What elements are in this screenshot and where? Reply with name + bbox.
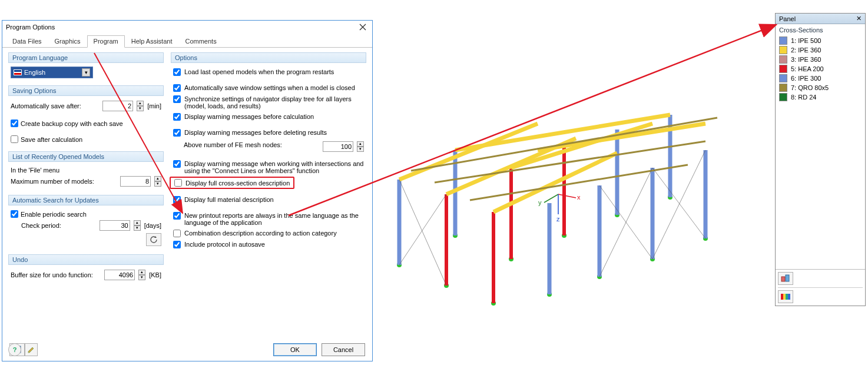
auto-save-value[interactable] bbox=[102, 101, 133, 111]
backup-checkbox[interactable] bbox=[11, 120, 18, 127]
legend-label: 2: IPE 360 bbox=[791, 47, 821, 54]
close-button[interactable] bbox=[357, 22, 369, 32]
backup-label: Create backup copy with each save bbox=[21, 120, 123, 127]
svg-rect-48 bbox=[786, 275, 789, 281]
cancel-button[interactable]: Cancel bbox=[322, 343, 365, 356]
option-row: Load last opened models when the program… bbox=[173, 67, 364, 78]
language-select[interactable]: English ▾ bbox=[11, 67, 93, 78]
ok-button[interactable]: OK bbox=[273, 343, 317, 356]
undo-buffer-value[interactable] bbox=[104, 270, 135, 280]
updates-enable-label: Enable periodic search bbox=[21, 211, 87, 218]
fe-mesh-nodes-input[interactable] bbox=[323, 141, 353, 152]
model-viewport[interactable]: x y z bbox=[376, 82, 770, 318]
group-undo-header: Undo bbox=[8, 254, 164, 265]
tab-program[interactable]: Program bbox=[87, 35, 125, 48]
recent-max-value[interactable] bbox=[120, 176, 151, 187]
option-checkbox[interactable] bbox=[173, 241, 181, 248]
color-swatch bbox=[779, 55, 787, 64]
option-label: Display full cross-section description bbox=[185, 180, 290, 187]
option-label: Display warning message when working wit… bbox=[184, 160, 364, 174]
option-checkbox[interactable] bbox=[173, 68, 181, 76]
tab-comments[interactable]: Comments bbox=[178, 35, 223, 48]
option-row: Display full cross-section description bbox=[173, 176, 364, 190]
tab-data-files[interactable]: Data Files bbox=[6, 35, 48, 48]
legend-item[interactable]: 6: IPE 300 bbox=[779, 74, 862, 83]
group-saving: Saving Options Automatically save after:… bbox=[8, 85, 164, 145]
option-label: Display full material description bbox=[184, 196, 364, 203]
svg-rect-52 bbox=[788, 294, 790, 300]
option-checkbox[interactable] bbox=[173, 230, 181, 237]
tab-graphics[interactable]: Graphics bbox=[48, 35, 87, 48]
option-row: New printout reports are always in the s… bbox=[173, 210, 364, 228]
dialog-body: Program Language English ▾ Saving Option… bbox=[2, 48, 372, 287]
tab-help-assistant[interactable]: Help Assistant bbox=[125, 35, 179, 48]
panel-title: Panel bbox=[779, 15, 796, 22]
legend-item[interactable]: 3: IPE 360 bbox=[779, 55, 862, 64]
group-updates: Automatic Search for Updates Enable peri… bbox=[8, 195, 164, 248]
svg-rect-49 bbox=[781, 294, 783, 300]
fe-mesh-nodes-spinner[interactable]: ▴▾ bbox=[357, 141, 364, 152]
legend-item[interactable]: 5: HEA 200 bbox=[779, 64, 862, 74]
undo-buffer-label: Buffer size for undo function: bbox=[11, 271, 93, 278]
legend-label: 3: IPE 360 bbox=[791, 56, 821, 63]
svg-line-41 bbox=[558, 194, 576, 198]
svg-text:x: x bbox=[577, 194, 581, 201]
svg-line-43 bbox=[544, 194, 558, 203]
save-after-calc-checkbox[interactable] bbox=[11, 135, 18, 143]
svg-line-40 bbox=[599, 185, 652, 259]
option-checkbox[interactable] bbox=[173, 196, 181, 204]
undo-buffer-spinner[interactable]: ▴▾ bbox=[138, 270, 145, 280]
auto-save-unit: [min] bbox=[147, 102, 161, 110]
panel-colorbar-button[interactable] bbox=[778, 290, 793, 303]
legend-item[interactable]: 8: RD 24 bbox=[779, 92, 862, 102]
updates-period-label: Check period: bbox=[21, 222, 61, 229]
option-checkbox[interactable] bbox=[173, 113, 181, 121]
group-saving-header: Saving Options bbox=[8, 85, 164, 96]
option-row: Combination description according to act… bbox=[173, 228, 364, 239]
legend-item[interactable]: 1: IPE 500 bbox=[779, 36, 862, 45]
save-after-calc-label: Save after calculation bbox=[21, 136, 82, 143]
option-checkbox[interactable] bbox=[174, 179, 182, 187]
updates-period-unit: [days] bbox=[144, 222, 161, 229]
option-checkbox[interactable] bbox=[173, 84, 181, 92]
recent-max-label: Maximum number of models: bbox=[11, 178, 94, 185]
column-right: Options Load last opened models when the… bbox=[171, 52, 366, 283]
auto-save-label: Automatically save after: bbox=[11, 102, 81, 110]
group-language-header: Program Language bbox=[8, 52, 164, 63]
updates-period-spinner[interactable]: ▴▾ bbox=[134, 220, 141, 231]
option-label: Combination description according to act… bbox=[184, 230, 364, 237]
option-checkbox[interactable] bbox=[173, 160, 181, 168]
group-undo: Undo Buffer size for undo function: ▴▾ [… bbox=[8, 254, 164, 283]
help-button[interactable]: ? bbox=[8, 343, 21, 356]
recent-max-spinner[interactable]: ▴▾ bbox=[154, 176, 161, 187]
auto-save-spinner[interactable]: ▴▾ bbox=[137, 101, 144, 111]
option-label: New printout reports are always in the s… bbox=[184, 212, 364, 226]
option-checkbox[interactable] bbox=[173, 129, 181, 137]
option-checkbox[interactable] bbox=[173, 95, 181, 103]
option-label: Above number of FE mesh nodes: bbox=[184, 141, 282, 148]
legend-item[interactable]: 7: QRO 80x5 bbox=[779, 83, 862, 92]
check-updates-now-button[interactable] bbox=[146, 233, 161, 246]
option-label: Automatically save window settings when … bbox=[184, 84, 364, 91]
edit-button[interactable] bbox=[25, 343, 38, 356]
svg-rect-51 bbox=[786, 294, 788, 300]
refresh-icon bbox=[150, 235, 158, 244]
updates-period-value[interactable] bbox=[100, 220, 130, 231]
panel-properties-button[interactable] bbox=[778, 272, 793, 285]
panel-close-button[interactable]: ✕ bbox=[856, 15, 862, 22]
highlighted-option: Display full cross-section description bbox=[170, 177, 294, 189]
color-swatch bbox=[779, 93, 787, 101]
group-recent: List of Recently Opened Models In the 'F… bbox=[8, 151, 164, 189]
close-icon bbox=[359, 24, 366, 31]
updates-enable-checkbox[interactable] bbox=[11, 210, 18, 218]
svg-rect-47 bbox=[781, 277, 785, 281]
color-swatch bbox=[779, 65, 787, 73]
option-checkbox[interactable] bbox=[173, 212, 181, 220]
legend-label: 1: IPE 500 bbox=[791, 37, 821, 44]
legend-item[interactable]: 2: IPE 360 bbox=[779, 45, 862, 55]
svg-rect-50 bbox=[783, 294, 786, 300]
flag-icon bbox=[14, 69, 22, 75]
legend-label: 8: RD 24 bbox=[791, 94, 816, 101]
svg-line-38 bbox=[652, 168, 705, 238]
recent-menu-label: In the 'File' menu bbox=[11, 167, 59, 174]
